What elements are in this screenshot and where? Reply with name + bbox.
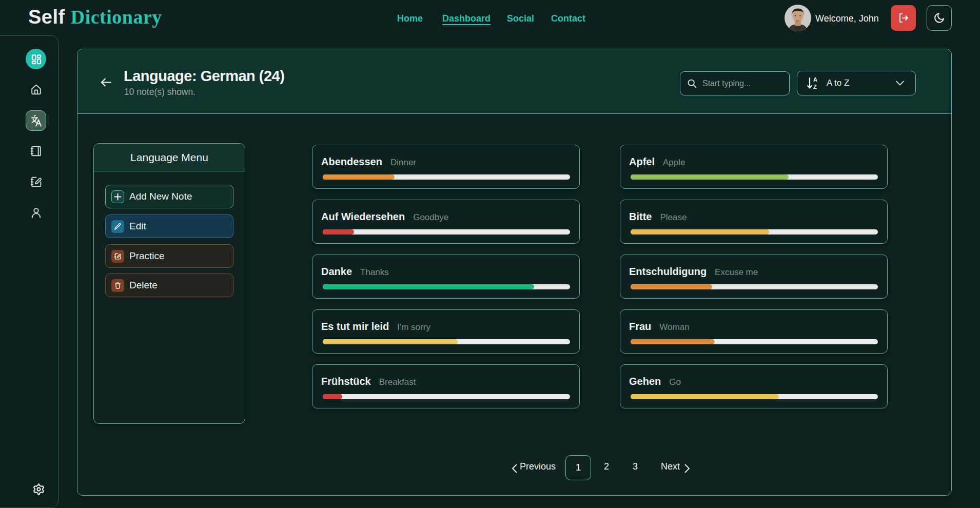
svg-text:A: A bbox=[813, 76, 817, 83]
svg-text:Z: Z bbox=[813, 84, 817, 90]
